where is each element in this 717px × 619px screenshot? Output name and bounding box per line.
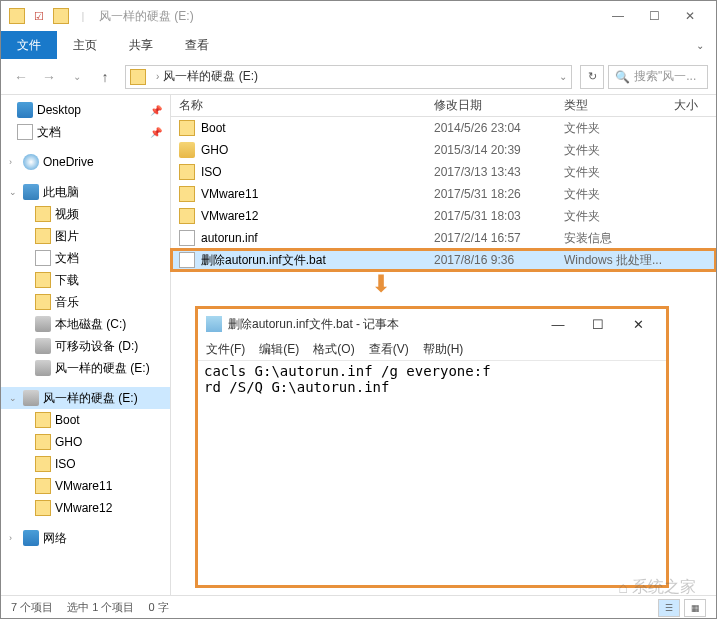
- file-row[interactable]: VMware122017/5/31 18:03文件夹: [171, 205, 716, 227]
- folder-icon: [35, 434, 51, 450]
- sidebar-item-drive-c[interactable]: 本地磁盘 (C:): [1, 313, 170, 335]
- notepad-menu-help[interactable]: 帮助(H): [423, 341, 464, 358]
- file-type: 安装信息: [556, 230, 666, 247]
- file-date: 2017/2/14 16:57: [426, 231, 556, 245]
- notepad-menubar: 文件(F) 编辑(E) 格式(O) 查看(V) 帮助(H): [198, 339, 666, 361]
- folder-icon: [35, 206, 51, 222]
- navigation-toolbar: ← → ⌄ ↑ › 风一样的硬盘 (E:) ⌄ ↻ 🔍 搜索"风一...: [1, 59, 716, 95]
- notepad-menu-edit[interactable]: 编辑(E): [259, 341, 299, 358]
- folder-icon: [35, 456, 51, 472]
- file-date: 2017/5/31 18:03: [426, 209, 556, 223]
- status-item-count: 7 个项目: [11, 600, 53, 615]
- column-name[interactable]: 名称: [171, 95, 426, 116]
- tab-home[interactable]: 主页: [57, 31, 113, 59]
- breadcrumb-separator-icon[interactable]: ›: [156, 71, 159, 82]
- file-icon: [179, 164, 195, 180]
- desktop-icon: [17, 102, 33, 118]
- sidebar-item-downloads[interactable]: 下载: [1, 269, 170, 291]
- column-size[interactable]: 大小: [666, 95, 716, 116]
- file-name: Boot: [201, 121, 226, 135]
- sidebar-item-documents[interactable]: 文档📌: [1, 121, 170, 143]
- sidebar-item-drive-e-expanded[interactable]: ⌄风一样的硬盘 (E:): [1, 387, 170, 409]
- sidebar-item-pictures[interactable]: 图片: [1, 225, 170, 247]
- file-name: VMware11: [201, 187, 258, 201]
- notepad-title: 删除autorun.inf文件.bat - 记事本: [228, 316, 538, 333]
- minimize-button[interactable]: —: [600, 3, 636, 29]
- ribbon-expand-icon[interactable]: ⌄: [684, 31, 716, 59]
- sidebar-item-desktop[interactable]: Desktop📌: [1, 99, 170, 121]
- folder-icon: [35, 412, 51, 428]
- notepad-editor[interactable]: cacls G:\autorun.inf /g everyone:f rd /S…: [198, 361, 666, 585]
- sidebar-item-videos[interactable]: 视频: [1, 203, 170, 225]
- drive-icon: [35, 316, 51, 332]
- status-bar: 7 个项目 选中 1 个项目 0 字 ☰ ▦: [1, 595, 716, 619]
- tab-view[interactable]: 查看: [169, 31, 225, 59]
- address-dropdown-icon[interactable]: ⌄: [559, 71, 567, 82]
- notepad-minimize-button[interactable]: —: [538, 311, 578, 337]
- file-icon: [179, 142, 195, 158]
- sidebar-item-iso[interactable]: ISO: [1, 453, 170, 475]
- file-list[interactable]: Boot2014/5/26 23:04文件夹GHO2015/3/14 20:39…: [171, 117, 716, 271]
- sidebar-item-documents2[interactable]: 文档: [1, 247, 170, 269]
- file-icon: [179, 252, 195, 268]
- search-input[interactable]: 🔍 搜索"风一...: [608, 65, 708, 89]
- notepad-menu-view[interactable]: 查看(V): [369, 341, 409, 358]
- file-date: 2017/5/31 18:26: [426, 187, 556, 201]
- document-icon: [35, 250, 51, 266]
- sidebar-item-drive-e[interactable]: 风一样的硬盘 (E:): [1, 357, 170, 379]
- column-headers: 名称 修改日期 类型 大小: [171, 95, 716, 117]
- file-row[interactable]: autorun.inf2017/2/14 16:57安装信息: [171, 227, 716, 249]
- refresh-button[interactable]: ↻: [580, 65, 604, 89]
- notepad-window: 删除autorun.inf文件.bat - 记事本 — ☐ ✕ 文件(F) 编辑…: [195, 306, 669, 588]
- file-type: 文件夹: [556, 208, 666, 225]
- tab-share[interactable]: 共享: [113, 31, 169, 59]
- file-date: 2017/8/16 9:36: [426, 253, 556, 267]
- notepad-menu-format[interactable]: 格式(O): [313, 341, 354, 358]
- pin-icon: 📌: [150, 127, 162, 138]
- sidebar-item-onedrive[interactable]: ›OneDrive: [1, 151, 170, 173]
- sidebar-item-music[interactable]: 音乐: [1, 291, 170, 313]
- file-type: Windows 批处理...: [556, 252, 666, 269]
- sidebar-item-drive-d[interactable]: 可移动设备 (D:): [1, 335, 170, 357]
- address-bar[interactable]: › 风一样的硬盘 (E:) ⌄: [125, 65, 572, 89]
- notepad-maximize-button[interactable]: ☐: [578, 311, 618, 337]
- nav-back-button[interactable]: ←: [9, 65, 33, 89]
- folder-icon: [35, 500, 51, 516]
- sidebar-item-vmware11[interactable]: VMware11: [1, 475, 170, 497]
- navigation-pane[interactable]: Desktop📌 文档📌 ›OneDrive ⌄此电脑 视频 图片 文档 下载 …: [1, 95, 171, 595]
- file-icon: [179, 120, 195, 136]
- quick-access-check-icon[interactable]: ☑: [31, 8, 47, 24]
- nav-recent-dropdown[interactable]: ⌄: [65, 65, 89, 89]
- sidebar-item-gho[interactable]: GHO: [1, 431, 170, 453]
- maximize-button[interactable]: ☐: [636, 3, 672, 29]
- close-button[interactable]: ✕: [672, 3, 708, 29]
- file-row[interactable]: 删除autorun.inf文件.bat2017/8/16 9:36Windows…: [171, 249, 716, 271]
- file-row[interactable]: GHO2015/3/14 20:39文件夹: [171, 139, 716, 161]
- file-icon: [179, 230, 195, 246]
- file-date: 2014/5/26 23:04: [426, 121, 556, 135]
- drive-icon: [23, 390, 39, 406]
- sidebar-item-boot[interactable]: Boot: [1, 409, 170, 431]
- file-row[interactable]: Boot2014/5/26 23:04文件夹: [171, 117, 716, 139]
- file-name: 删除autorun.inf文件.bat: [201, 252, 326, 269]
- notepad-menu-file[interactable]: 文件(F): [206, 341, 245, 358]
- notepad-close-button[interactable]: ✕: [618, 311, 658, 337]
- nav-up-button[interactable]: ↑: [93, 65, 117, 89]
- sidebar-item-vmware12[interactable]: VMware12: [1, 497, 170, 519]
- sidebar-item-network[interactable]: ›网络: [1, 527, 170, 549]
- view-icons-button[interactable]: ▦: [684, 599, 706, 617]
- file-row[interactable]: ISO2017/3/13 13:43文件夹: [171, 161, 716, 183]
- notepad-titlebar[interactable]: 删除autorun.inf文件.bat - 记事本 — ☐ ✕: [198, 309, 666, 339]
- drive-icon: [35, 360, 51, 376]
- sidebar-item-thispc[interactable]: ⌄此电脑: [1, 181, 170, 203]
- ribbon-tabs: 文件 主页 共享 查看 ⌄: [1, 31, 716, 59]
- column-date[interactable]: 修改日期: [426, 95, 556, 116]
- column-type[interactable]: 类型: [556, 95, 666, 116]
- quick-access-folder-icon[interactable]: [53, 8, 69, 24]
- view-details-button[interactable]: ☰: [658, 599, 680, 617]
- tab-file[interactable]: 文件: [1, 31, 57, 59]
- breadcrumb[interactable]: 风一样的硬盘 (E:): [163, 68, 258, 85]
- file-row[interactable]: VMware112017/5/31 18:26文件夹: [171, 183, 716, 205]
- file-type: 文件夹: [556, 120, 666, 137]
- nav-forward-button[interactable]: →: [37, 65, 61, 89]
